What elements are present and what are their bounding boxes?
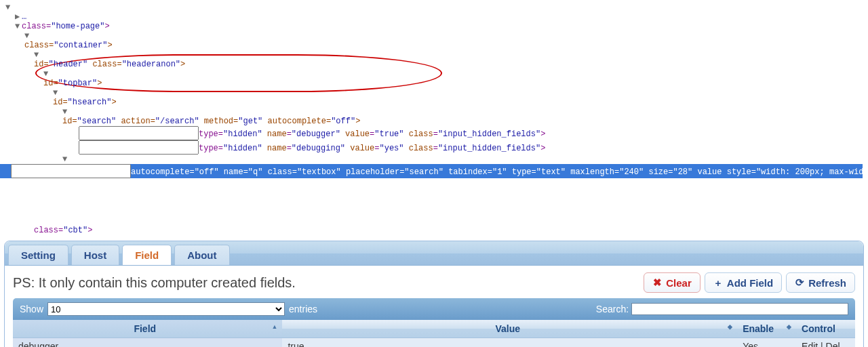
refresh-button[interactable]: ⟳Refresh [786,272,855,293]
extension-panel: Setting Host Field About PS: It only con… [4,241,864,347]
col-enable[interactable]: Enable◆ [737,320,796,338]
sort-icon: ◆ [787,323,791,330]
fields-table: Field▲ Value◆ Enable◆ Control debugger t… [13,320,855,347]
table-toolbar: Show 10 entries Search: [13,298,855,320]
tab-bar: Setting Host Field About [5,241,863,266]
tab-setting[interactable]: Setting [8,245,68,265]
entries-label: entries [289,304,317,314]
edit-link[interactable]: Edit [802,341,818,347]
table-row: debugger true Yes Edit | Del [13,338,855,348]
tab-host[interactable]: Host [71,245,119,265]
tab-about[interactable]: About [174,245,229,265]
dom-body[interactable]: class="home-page"> [22,22,110,31]
tab-field[interactable]: Field [122,245,172,265]
cell-field: debugger [13,338,282,348]
sort-asc-icon: ▲ [272,323,277,330]
show-label: Show [20,304,43,314]
sort-icon: ◆ [728,323,732,330]
dom-topbar[interactable]: id="topbar"> [43,79,863,88]
cell-enable: Yes [737,338,796,348]
dom-container[interactable]: class="container"> [24,41,863,50]
col-field[interactable]: Field▲ [13,320,282,338]
clear-button[interactable]: ✖Clear [644,272,701,293]
add-field-button[interactable]: +Add Field [705,272,782,293]
dom-input-hidden-1[interactable]: type="hidden" name="debugger" value="tru… [79,129,545,139]
col-control[interactable]: Control [796,320,855,338]
field-note: PS: It only contain this computer create… [13,275,296,291]
dom-br[interactable]: class="cbt"> [34,226,92,235]
dom-form[interactable]: id="search" action="/search" method="get… [62,117,863,126]
dom-input-hidden-2[interactable]: type="hidden" name="debugging" value="ye… [79,144,545,153]
cell-control: Edit | Del [796,338,855,348]
cell-value: true [282,338,737,348]
length-select[interactable]: 10 [47,302,285,316]
del-link[interactable]: Del [826,341,840,347]
dom-input-q[interactable]: autocomplete="off" name="q" class="textb… [11,167,868,177]
search-label: Search: [596,304,629,314]
dom-hsearch[interactable]: id="hsearch"> [53,98,863,107]
col-value[interactable]: Value◆ [282,320,737,338]
dom-selected-line[interactable]: autocomplete="off" name="q" class="textb… [0,164,863,178]
dom-header[interactable]: id="header" class="headeranon"> [34,60,863,69]
search-input[interactable] [631,303,848,315]
x-icon: ✖ [652,277,662,289]
plus-icon: + [713,277,723,289]
devtools-dom-tree[interactable]: ▼ ▶… ▼class="home-page"> ▼class="contain… [0,0,868,238]
refresh-icon: ⟳ [795,277,804,289]
